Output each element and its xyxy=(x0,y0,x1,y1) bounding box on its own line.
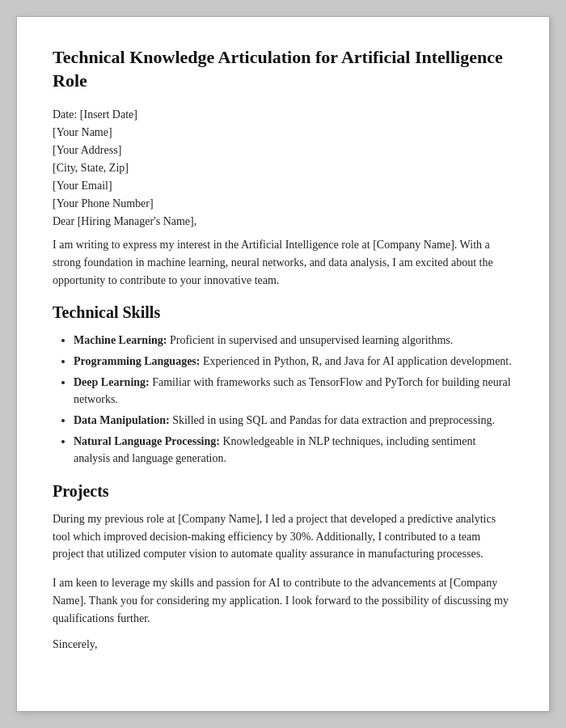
meta-name: [Your Name] xyxy=(53,126,513,139)
skill-text: Skilled in using SQL and Pandas for data… xyxy=(170,414,495,426)
meta-address: [Your Address] xyxy=(53,144,513,157)
skill-label: Data Manipulation: xyxy=(74,414,170,426)
technical-skills-list: Machine Learning: Proficient in supervis… xyxy=(53,332,513,468)
meta-city: [City, State, Zip] xyxy=(53,162,513,175)
list-item: Deep Learning: Familiar with frameworks … xyxy=(74,374,513,408)
list-item: Machine Learning: Proficient in supervis… xyxy=(74,332,513,349)
list-item: Programming Languages: Experienced in Py… xyxy=(74,353,513,370)
list-item: Natural Language Processing: Knowledgeab… xyxy=(74,433,513,468)
technical-skills-heading: Technical Skills xyxy=(53,303,513,322)
document-container: Technical Knowledge Articulation for Art… xyxy=(16,16,550,712)
projects-paragraph-1: During my previous role at [Company Name… xyxy=(53,510,513,563)
list-item: Data Manipulation: Skilled in using SQL … xyxy=(74,412,513,430)
skill-text: Experienced in Python, R, and Java for A… xyxy=(200,355,511,367)
skill-label: Machine Learning: xyxy=(74,334,167,346)
document-title: Technical Knowledge Articulation for Art… xyxy=(53,46,513,92)
greeting-line: Dear [Hiring Manager's Name], xyxy=(53,215,513,228)
skill-label: Natural Language Processing: xyxy=(74,435,220,447)
skill-label: Deep Learning: xyxy=(74,376,150,388)
projects-heading: Projects xyxy=(53,482,513,501)
meta-section: Date: [Insert Date] [Your Name] [Your Ad… xyxy=(53,108,513,210)
meta-date: Date: [Insert Date] xyxy=(53,108,513,121)
skill-label: Programming Languages: xyxy=(74,355,200,367)
skill-text: Proficient in supervised and unsupervise… xyxy=(167,334,454,346)
intro-paragraph: I am writing to express my interest in t… xyxy=(53,236,513,289)
projects-paragraph-2: I am keen to leverage my skills and pass… xyxy=(53,574,513,627)
meta-email: [Your Email] xyxy=(53,180,513,193)
meta-phone: [Your Phone Number] xyxy=(53,197,513,210)
sincerely-line: Sincerely, xyxy=(53,638,513,651)
